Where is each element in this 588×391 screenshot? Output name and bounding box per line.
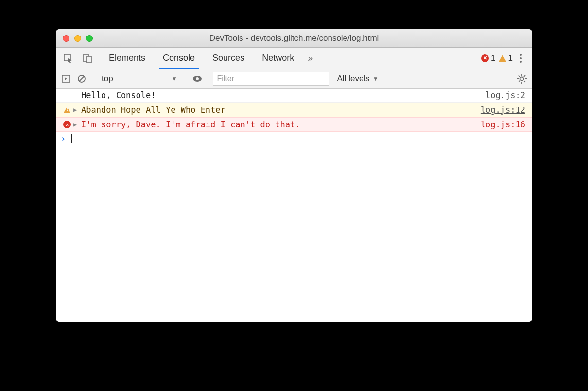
console-row[interactable]: ✕ ▶ I'm sorry, Dave. I'm afraid I can't … bbox=[56, 117, 532, 132]
chevron-down-icon: ▼ bbox=[373, 75, 379, 82]
log-message: Hello, Console! bbox=[81, 90, 485, 100]
separator bbox=[208, 73, 208, 85]
log-levels-selector[interactable]: All levels ▼ bbox=[334, 74, 381, 84]
svg-line-5 bbox=[79, 76, 84, 81]
source-link[interactable]: log.js:16 bbox=[481, 120, 525, 129]
svg-line-16 bbox=[524, 75, 525, 77]
more-options-button[interactable] bbox=[516, 52, 526, 65]
warning-icon bbox=[64, 107, 70, 113]
svg-rect-2 bbox=[87, 56, 91, 63]
error-count-badge[interactable]: ✕ 1 bbox=[481, 53, 495, 63]
console-toolbar: top ▼ All levels ▼ bbox=[56, 69, 532, 89]
source-link[interactable]: log.js:12 bbox=[481, 105, 525, 115]
zoom-window-button[interactable] bbox=[86, 35, 93, 42]
toggle-console-sidebar-icon[interactable] bbox=[61, 73, 71, 84]
live-expression-icon[interactable] bbox=[192, 73, 203, 84]
clear-console-icon[interactable] bbox=[76, 73, 87, 84]
svg-line-15 bbox=[519, 81, 520, 82]
tabbar-status: ✕ 1 1 bbox=[475, 48, 532, 69]
tab-sources[interactable]: Sources bbox=[204, 48, 253, 69]
svg-point-7 bbox=[196, 77, 199, 80]
tab-label: Network bbox=[262, 53, 294, 63]
tab-console[interactable]: Console bbox=[154, 48, 204, 69]
tab-label: Elements bbox=[109, 53, 145, 63]
close-window-button[interactable] bbox=[63, 35, 69, 42]
tabs: Elements Console Sources Network » bbox=[100, 48, 318, 69]
row-gutter: ✕ bbox=[61, 121, 73, 128]
prompt-caret-icon: › bbox=[61, 134, 70, 143]
console-prompt[interactable]: › bbox=[56, 132, 532, 145]
separator bbox=[187, 73, 187, 85]
device-toolbar-icon[interactable] bbox=[82, 53, 93, 64]
levels-label: All levels bbox=[337, 74, 370, 84]
source-link[interactable]: log.js:2 bbox=[485, 90, 525, 100]
expand-toggle-icon[interactable]: ▶ bbox=[73, 107, 81, 113]
log-message: I'm sorry, Dave. I'm afraid I can't do t… bbox=[81, 120, 481, 129]
expand-toggle-icon[interactable]: ▶ bbox=[73, 121, 81, 128]
chevron-right-double-icon: » bbox=[308, 53, 313, 64]
devtools-window: DevTools - devtools.glitch.me/console/lo… bbox=[56, 29, 532, 322]
tabs-overflow-button[interactable]: » bbox=[303, 48, 318, 69]
console-settings-icon[interactable] bbox=[517, 73, 527, 84]
tab-label: Sources bbox=[212, 53, 244, 63]
tabbar-left-tools bbox=[56, 48, 100, 69]
execution-context-selector[interactable]: top ▼ bbox=[97, 72, 182, 85]
tab-network[interactable]: Network bbox=[253, 48, 303, 69]
tab-label: Console bbox=[163, 53, 195, 63]
inspect-element-icon[interactable] bbox=[63, 53, 73, 64]
warning-count-badge[interactable]: 1 bbox=[499, 53, 513, 63]
error-count: 1 bbox=[491, 53, 495, 63]
warning-count: 1 bbox=[508, 53, 513, 63]
context-label: top bbox=[102, 74, 113, 84]
tab-elements[interactable]: Elements bbox=[100, 48, 154, 69]
svg-point-8 bbox=[520, 77, 524, 80]
console-row[interactable]: ▶ Abandon Hope All Ye Who Enter log.js:1… bbox=[56, 103, 532, 117]
console-row[interactable]: Hello, Console! log.js:2 bbox=[56, 89, 532, 103]
text-cursor bbox=[71, 134, 72, 143]
svg-line-13 bbox=[519, 75, 520, 77]
window-title: DevTools - devtools.glitch.me/console/lo… bbox=[56, 34, 532, 43]
svg-line-14 bbox=[524, 81, 525, 82]
titlebar: DevTools - devtools.glitch.me/console/lo… bbox=[56, 29, 532, 48]
separator bbox=[92, 73, 92, 85]
row-gutter bbox=[61, 107, 73, 113]
console-output: Hello, Console! log.js:2 ▶ Abandon Hope … bbox=[56, 89, 532, 322]
traffic-lights bbox=[56, 35, 93, 42]
error-icon: ✕ bbox=[481, 54, 489, 62]
filter-input[interactable] bbox=[213, 72, 329, 86]
chevron-down-icon: ▼ bbox=[172, 75, 177, 82]
log-message: Abandon Hope All Ye Who Enter bbox=[81, 105, 481, 115]
main-tabbar: Elements Console Sources Network » ✕ 1 1 bbox=[56, 48, 532, 69]
error-icon: ✕ bbox=[63, 121, 71, 128]
minimize-window-button[interactable] bbox=[74, 35, 81, 42]
warning-icon bbox=[499, 55, 506, 62]
